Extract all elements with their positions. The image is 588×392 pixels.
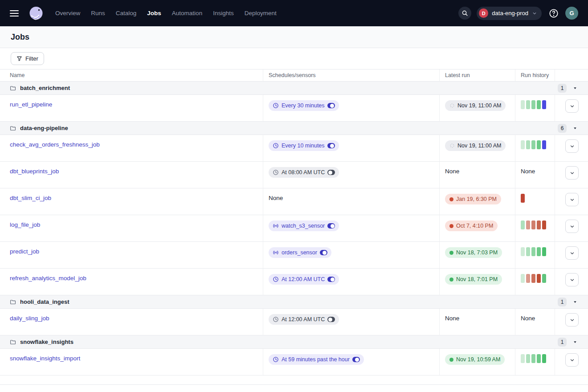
run-history-bar[interactable] bbox=[531, 247, 535, 256]
run-history-bar[interactable] bbox=[521, 274, 525, 283]
group-row-snowflake-insights[interactable]: snowflake_insights 1 bbox=[0, 335, 588, 349]
help-button[interactable] bbox=[547, 7, 560, 20]
menu-icon[interactable] bbox=[10, 10, 19, 16]
nav-item-automation[interactable]: Automation bbox=[172, 10, 202, 16]
latest-run-chip[interactable]: Nov 18, 7:01 PM bbox=[445, 274, 502, 285]
schedule-chip[interactable]: At 12:00 AM UTC bbox=[269, 314, 339, 325]
run-history-bar[interactable] bbox=[531, 220, 535, 229]
schedule-toggle[interactable] bbox=[327, 317, 335, 322]
search-button[interactable] bbox=[458, 7, 471, 20]
job-link[interactable]: refresh_analytics_model_job bbox=[10, 275, 86, 282]
run-history-bar[interactable] bbox=[521, 140, 525, 149]
group-row-hooli-data-ingest[interactable]: hooli_data_ingest 1 bbox=[0, 295, 588, 309]
schedule-toggle[interactable] bbox=[327, 277, 335, 282]
run-history-bar[interactable] bbox=[537, 247, 541, 256]
latest-run-chip[interactable]: Nov 18, 7:03 PM bbox=[445, 247, 502, 258]
run-history-bar[interactable] bbox=[537, 354, 541, 363]
run-history[interactable] bbox=[521, 100, 555, 109]
run-history-bar[interactable] bbox=[526, 140, 530, 149]
run-history-bar[interactable] bbox=[521, 354, 525, 363]
collapse-caret-icon[interactable] bbox=[572, 126, 578, 131]
run-history[interactable] bbox=[521, 274, 555, 283]
expand-button[interactable] bbox=[565, 353, 579, 367]
expand-button[interactable] bbox=[565, 246, 579, 260]
expand-button[interactable] bbox=[565, 313, 579, 327]
collapse-caret-icon[interactable] bbox=[572, 86, 578, 91]
job-link[interactable]: snowflake_insights_import bbox=[10, 355, 80, 362]
run-history-bar[interactable] bbox=[521, 100, 525, 109]
group-row-data-eng-pipeline[interactable]: data-eng-pipeline 6 bbox=[0, 122, 588, 135]
run-history[interactable] bbox=[521, 140, 555, 149]
latest-run-chip[interactable]: Jan 19, 6:30 PM bbox=[445, 194, 501, 204]
latest-run-chip[interactable]: Oct 7, 4:10 PM bbox=[445, 220, 498, 231]
user-avatar[interactable]: G bbox=[565, 7, 578, 20]
collapse-caret-icon[interactable] bbox=[572, 339, 578, 345]
run-history-bar[interactable] bbox=[537, 140, 541, 149]
nav-item-insights[interactable]: Insights bbox=[213, 10, 234, 16]
run-history-bar[interactable] bbox=[526, 354, 530, 363]
job-link[interactable]: dbt_slim_ci_job bbox=[10, 195, 51, 201]
sensor-chip[interactable]: orders_sensor bbox=[269, 247, 331, 258]
run-history-bar[interactable] bbox=[526, 220, 530, 229]
nav-item-runs[interactable]: Runs bbox=[91, 10, 105, 16]
run-history-bar[interactable] bbox=[542, 274, 546, 283]
run-history-bar[interactable] bbox=[531, 140, 535, 149]
schedule-chip[interactable]: Every 10 minutes bbox=[269, 140, 339, 151]
expand-button[interactable] bbox=[565, 166, 579, 180]
expand-button[interactable] bbox=[565, 139, 579, 153]
sensor-toggle[interactable] bbox=[320, 250, 327, 255]
run-history-bar[interactable] bbox=[542, 247, 546, 256]
run-history-bar[interactable] bbox=[531, 100, 535, 109]
collapse-caret-icon[interactable] bbox=[572, 299, 578, 305]
dagster-logo[interactable] bbox=[28, 5, 45, 22]
expand-button[interactable] bbox=[565, 99, 579, 113]
run-history[interactable] bbox=[521, 220, 555, 229]
job-link[interactable]: log_file_job bbox=[10, 221, 40, 228]
run-history-bar[interactable] bbox=[542, 140, 546, 149]
schedule-toggle[interactable] bbox=[327, 170, 335, 175]
schedule-toggle[interactable] bbox=[327, 103, 335, 108]
job-link[interactable]: daily_sling_job bbox=[10, 315, 49, 322]
deployment-switcher[interactable]: D data-eng-prod bbox=[477, 7, 542, 20]
run-history[interactable] bbox=[521, 247, 555, 256]
expand-button[interactable] bbox=[565, 220, 579, 233]
run-history-bar[interactable] bbox=[531, 274, 535, 283]
sensor-chip[interactable]: watch_s3_sensor bbox=[269, 220, 339, 231]
run-history-bar[interactable] bbox=[537, 100, 541, 109]
latest-run-chip[interactable]: Nov 19, 10:59 AM bbox=[445, 354, 505, 365]
expand-button[interactable] bbox=[565, 193, 579, 206]
run-history-bar[interactable] bbox=[542, 100, 546, 109]
latest-run-chip[interactable]: Nov 19, 11:00 AM bbox=[445, 100, 506, 111]
job-link[interactable]: run_etl_pipeline bbox=[10, 101, 52, 108]
nav-item-deployment[interactable]: Deployment bbox=[245, 10, 277, 16]
run-history[interactable] bbox=[521, 194, 555, 203]
schedule-chip[interactable]: At 12:00 AM UTC bbox=[269, 274, 339, 285]
run-history-bar[interactable] bbox=[521, 194, 525, 203]
sensor-toggle[interactable] bbox=[327, 223, 335, 229]
job-link[interactable]: predict_job bbox=[10, 248, 39, 255]
run-history-bar[interactable] bbox=[537, 220, 541, 229]
expand-button[interactable] bbox=[565, 273, 579, 286]
latest-run-chip[interactable]: Nov 19, 11:00 AM bbox=[445, 140, 506, 151]
run-history-bar[interactable] bbox=[526, 274, 530, 283]
group-row-batch-enrichment[interactable]: batch_enrichment 1 bbox=[0, 82, 588, 95]
run-history[interactable] bbox=[521, 354, 555, 363]
schedule-toggle[interactable] bbox=[327, 143, 335, 148]
filter-button[interactable]: Filter bbox=[11, 52, 44, 65]
schedule-chip[interactable]: Every 30 minutes bbox=[269, 100, 339, 111]
schedule-chip[interactable]: At 08:00 AM UTC bbox=[269, 167, 339, 178]
job-link[interactable]: check_avg_orders_freshness_job bbox=[10, 141, 100, 148]
run-history-bar[interactable] bbox=[521, 220, 525, 229]
run-history-bar[interactable] bbox=[542, 220, 546, 229]
run-history-bar[interactable] bbox=[542, 354, 546, 363]
nav-item-catalog[interactable]: Catalog bbox=[116, 10, 137, 16]
nav-item-overview[interactable]: Overview bbox=[55, 10, 80, 16]
run-history-bar[interactable] bbox=[531, 354, 535, 363]
nav-item-jobs[interactable]: Jobs bbox=[147, 10, 161, 16]
job-link[interactable]: dbt_blueprints_job bbox=[10, 168, 59, 175]
run-history-bar[interactable] bbox=[526, 247, 530, 256]
run-history-bar[interactable] bbox=[537, 274, 541, 283]
run-history-bar[interactable] bbox=[526, 100, 530, 109]
schedule-chip[interactable]: At 59 minutes past the hour bbox=[269, 354, 364, 365]
schedule-toggle[interactable] bbox=[352, 357, 360, 362]
